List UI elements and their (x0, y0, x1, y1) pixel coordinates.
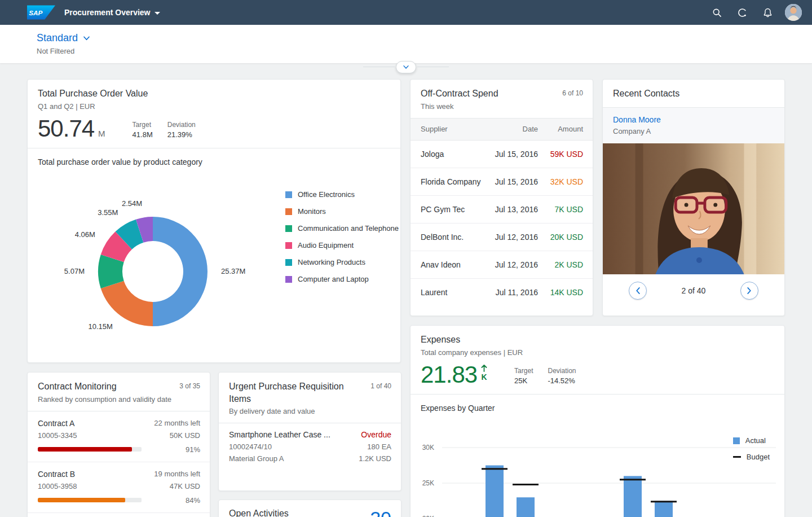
legend-item: Office Electronics (285, 190, 399, 199)
column-amount: Amount (538, 125, 583, 133)
contract-name: Contract B (38, 470, 75, 479)
legend-label: Computer and Laptop (298, 275, 369, 283)
bar-actual-Q4[interactable] (655, 501, 673, 517)
contact-name-link[interactable]: Donna Moore (613, 115, 774, 124)
contract-name: Contract A (38, 419, 74, 428)
expenses-card[interactable]: Expenses Total company expenses | EUR 21… (410, 325, 785, 517)
consumption-percent: 91% (186, 445, 200, 454)
search-button[interactable] (707, 2, 727, 23)
chart-legend: Actual Budget (733, 436, 770, 461)
table-row[interactable]: DelBont Inc.Jul 12, 201620K USD (411, 224, 593, 251)
bar-chart[interactable]: 30K25K20K (411, 422, 785, 517)
card-subtitle: Ranked by consumption and validity date (38, 395, 200, 404)
variant-selector[interactable]: Standard (37, 32, 90, 44)
card-title: Recent Contacts (613, 87, 775, 100)
supplier-cell: Anav Ideon (421, 260, 487, 269)
contract-list-item[interactable]: Contract A22 months left10005-334550K US… (28, 411, 210, 462)
legend-swatch (733, 437, 740, 444)
legend-label: Communication and Telephone (298, 224, 399, 233)
card-title: Off-Contract Spend (421, 87, 498, 100)
kpi-value: 50.74 (38, 117, 94, 141)
notifications-button[interactable] (757, 2, 778, 23)
shell-bar: SAP Procurement Overview (0, 0, 812, 25)
donut-value-label: 2.54M (122, 199, 142, 208)
kpi-target: Target 41.8M (133, 121, 153, 139)
copilot-button[interactable] (732, 2, 752, 23)
avatar-photo (785, 4, 802, 21)
supplier-cell: Laurent (421, 288, 487, 297)
amount-cell: 20K USD (538, 233, 583, 242)
card-header: Urgent Purchase Requisition Items 1 of 4… (219, 373, 401, 415)
legend-swatch (285, 259, 292, 266)
card-subtitle: By delivery date and value (229, 407, 391, 415)
contact-photo (603, 143, 784, 274)
card-title: Total Purchase Order Value (38, 87, 391, 100)
open-activities-card[interactable]: Open Activities 20 (218, 500, 401, 517)
requisition-list-item[interactable]: Smartphone Leather Case ... Overdue 1000… (219, 423, 401, 471)
table-row[interactable]: Anav IdeonJul 12, 20162K USD (411, 251, 593, 279)
item-value: 1.2K USD (359, 454, 391, 463)
item-material-group: Material Group A (229, 454, 284, 463)
contract-value: 50K USD (170, 431, 200, 440)
date-cell: Jul 12, 2016 (487, 233, 538, 242)
kpi-deviation: Deviation 21.39% (167, 121, 196, 139)
kpi-unit: M (98, 129, 105, 138)
total-purchase-order-value-card[interactable]: Total Purchase Order Value Q1 and Q2 | E… (27, 79, 401, 363)
supplier-cell: Jologa (421, 150, 487, 159)
table-row[interactable]: Florida CompanyJul 15, 201632K USD (411, 168, 593, 196)
kpi-value: 21.83 (421, 363, 477, 387)
table-row[interactable]: JologaJul 15, 201659K USD (411, 141, 593, 168)
column-supplier: Supplier (421, 125, 487, 133)
card-subtitle: Q1 and Q2 | EUR (38, 102, 391, 111)
previous-contact-button[interactable] (629, 282, 647, 300)
bar-actual-Q1[interactable] (486, 466, 504, 517)
next-contact-button[interactable] (740, 282, 758, 300)
legend-item-actual: Actual (733, 436, 770, 445)
y-axis-tick: 20K (422, 515, 434, 517)
chevron-right-icon (745, 287, 753, 295)
app-title: Procurement Overview (64, 8, 151, 17)
target-label: Target (514, 367, 533, 375)
card-header: Expenses Total company expenses | EUR 21… (411, 326, 784, 387)
contract-list-item[interactable]: Contract B19 months left10005-395847K US… (28, 462, 210, 513)
contract-value: 47K USD (170, 482, 200, 490)
date-cell: Jul 12, 2016 (487, 260, 538, 269)
legend-item: Monitors (285, 207, 399, 216)
contract-time-left: 22 months left (154, 419, 200, 427)
contact-info: Donna Moore Company A (603, 108, 784, 143)
consumption-progress-bar (38, 447, 142, 452)
header-collapse-button[interactable] (396, 61, 416, 73)
off-contract-spend-card[interactable]: Off-Contract Spend 6 of 10 This week Sup… (410, 79, 593, 316)
bar-actual-Q2[interactable] (517, 497, 535, 517)
legend-label: Office Electronics (298, 190, 355, 199)
donut-value-label: 3.55M (98, 208, 118, 217)
sap-logo[interactable]: SAP (27, 5, 55, 20)
table-row[interactable]: LaurentJul 11, 201614K USD (411, 279, 593, 306)
app-title-menu[interactable]: Procurement Overview (64, 8, 160, 17)
user-avatar[interactable] (785, 4, 802, 21)
trend-up-icon (481, 365, 487, 372)
donut-segment-1[interactable] (101, 281, 153, 326)
urgent-purchase-requisition-card[interactable]: Urgent Purchase Requisition Items 1 of 4… (218, 372, 401, 491)
card-subtitle: Total company expenses | EUR (421, 348, 775, 357)
item-status: Overdue (361, 430, 391, 439)
chart-legend: Office ElectronicsMonitorsCommunication … (285, 190, 399, 283)
contract-monitoring-card[interactable]: Contract Monitoring 3 of 35 Ranked by co… (27, 372, 210, 517)
legend-label: Actual (745, 436, 766, 445)
bar-actual-Q3[interactable] (624, 476, 642, 517)
table-row[interactable]: PC Gym TecJul 13, 20167K USD (411, 196, 593, 224)
deviation-value: -14.52% (548, 376, 576, 385)
recent-contacts-card[interactable]: Recent Contacts Donna Moore Company A (602, 79, 785, 316)
date-cell: Jul 11, 2016 (487, 288, 538, 297)
card-title: Urgent Purchase Requisition Items (229, 380, 359, 405)
legend-item: Computer and Laptop (285, 275, 399, 283)
amount-cell: 7K USD (538, 205, 583, 214)
chevron-left-icon (634, 287, 642, 295)
legend-label: Audio Equipment (298, 241, 354, 249)
y-axis-tick: 25K (422, 479, 434, 487)
carousel-pagination: 2 of 40 (682, 286, 706, 295)
header-divider-line (417, 67, 449, 67)
copilot-icon (737, 7, 748, 18)
contract-list: Contract A22 months left10005-334550K US… (28, 411, 210, 513)
donut-segment-0[interactable] (153, 217, 208, 326)
